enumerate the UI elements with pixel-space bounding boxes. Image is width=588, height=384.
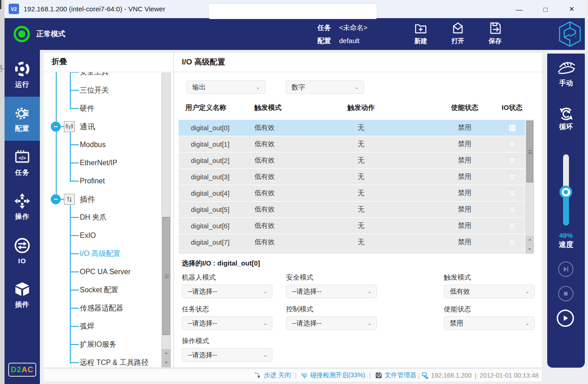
tree-item[interactable]: DH 夹爪 xyxy=(44,208,160,226)
field-select[interactable]: 禁用 ⌄ xyxy=(444,316,535,330)
cycle-mode-button[interactable] xyxy=(547,105,585,123)
tree-item[interactable]: Modbus xyxy=(44,136,160,154)
scroll-down-icon[interactable]: ⌄ xyxy=(164,359,168,364)
tree-item[interactable]: 硬件 xyxy=(44,99,160,118)
table-row[interactable]: digital_out[5] 低有效 无 禁用 xyxy=(179,202,525,217)
nav-item-2[interactable]: </> 任务 xyxy=(5,141,40,185)
tree-scroll-buttons[interactable]: ⌃⌄ xyxy=(162,349,170,367)
table-row[interactable]: digital_out[7] 低有效 无 禁用 xyxy=(179,234,525,250)
field-label: 操作模式 xyxy=(182,337,272,345)
field-select[interactable]: --请选择-- ⌄ xyxy=(182,285,272,298)
scroll-down-icon[interactable]: ⌄ xyxy=(527,245,532,251)
vnc-floating-toolbar[interactable] xyxy=(209,4,377,19)
table-row[interactable]: digital_out[6] 低有效 无 禁用 xyxy=(179,218,525,234)
antenna-icon xyxy=(64,121,75,132)
header-action-1[interactable]: 打开 xyxy=(445,21,471,45)
tree-item[interactable]: ExIO xyxy=(44,226,160,245)
tree-connector xyxy=(70,362,79,363)
close-button[interactable]: ✕ xyxy=(559,0,585,18)
minimize-button[interactable]: — xyxy=(506,0,532,18)
field-select[interactable]: 低有效 ⌄ xyxy=(444,285,535,298)
table-scroll-buttons[interactable]: ⌃⌄ xyxy=(526,236,534,253)
file-manager-button[interactable]: 文件管理器 xyxy=(375,371,416,379)
maximize-button[interactable]: □ xyxy=(532,0,559,18)
tree-item[interactable]: I/O 高级配置 xyxy=(44,245,160,263)
header-action-2[interactable]: 保存 xyxy=(482,21,508,45)
table-scrollbar-thumb[interactable] xyxy=(526,121,533,182)
tree-item[interactable]: 三位开关 xyxy=(44,81,160,99)
io-state-checkbox[interactable] xyxy=(509,222,516,230)
io-state-checkbox[interactable] xyxy=(509,141,516,148)
tree-scrollbar-thumb[interactable] xyxy=(162,217,170,335)
scroll-up-icon[interactable]: ⌃ xyxy=(164,352,168,358)
header-action-0[interactable]: 新建 xyxy=(408,21,433,45)
io-state-checkbox[interactable] xyxy=(509,173,516,181)
window-controls: — □ ✕ xyxy=(506,0,585,18)
tree-collapse-header[interactable]: 折叠 xyxy=(52,56,67,67)
tree-item[interactable]: 安全工具 xyxy=(44,72,160,81)
tree-scrollbar[interactable]: ⌃⌄ xyxy=(161,73,171,368)
brand-badge[interactable]: D2AC xyxy=(8,363,36,377)
field-select[interactable]: --请选择-- ⌄ xyxy=(286,285,377,298)
speed-label: 速度 xyxy=(547,240,585,250)
field-select[interactable]: --请选择-- ⌄ xyxy=(182,316,272,330)
table-scrollbar[interactable]: ⌃⌄ xyxy=(525,120,534,254)
tree-item[interactable]: 扩展IO服务 xyxy=(44,335,160,354)
nav-item-5[interactable]: 插件 xyxy=(5,273,40,317)
hand-icon xyxy=(556,61,576,77)
io-state-checkbox[interactable] xyxy=(509,206,516,213)
tree-item[interactable]: Socket 配置 xyxy=(44,281,160,299)
table-row[interactable]: digital_out[1] 低有效 无 禁用 xyxy=(179,136,525,152)
tree-connector xyxy=(70,290,79,290)
table-row[interactable]: digital_out[4] 低有效 无 禁用 xyxy=(179,185,525,201)
tree-item[interactable]: − 插件 xyxy=(44,190,160,208)
io-icon xyxy=(14,237,30,254)
nav-item-4[interactable]: IO xyxy=(5,229,40,273)
config-label: 配置 xyxy=(317,35,339,47)
table-row[interactable]: digital_out[0] 低有效 无 禁用 xyxy=(179,120,525,136)
table-row[interactable]: digital_out[2] 低有效 无 禁用 xyxy=(179,153,525,168)
slider-thumb[interactable] xyxy=(559,186,572,198)
tree-item-label: 三位开关 xyxy=(80,86,109,95)
field-select[interactable]: --请选择-- ⌄ xyxy=(286,316,377,330)
manual-mode-button[interactable] xyxy=(547,61,585,77)
tree-item[interactable]: − 通讯 xyxy=(44,118,160,136)
field-select[interactable]: --请选择-- ⌄ xyxy=(182,348,272,362)
play-button[interactable] xyxy=(557,310,574,327)
mode-status: 正常模式 xyxy=(14,18,65,50)
collapse-toggle-icon[interactable]: − xyxy=(51,194,61,204)
stop-button[interactable] xyxy=(558,286,573,301)
app-header: 正常模式 任务 <未命名> 配置 default 新建 打开 保存 xyxy=(5,18,585,50)
tree-item[interactable]: EtherNet/IP xyxy=(44,154,160,172)
io-state-checkbox[interactable] xyxy=(509,124,516,132)
collision-detection-status[interactable]: 碰撞检测开启(33%) xyxy=(301,371,365,379)
io-state-checkbox[interactable] xyxy=(509,239,516,246)
speed-slider[interactable] xyxy=(563,154,569,226)
nav-item-1[interactable]: 配置 xyxy=(5,97,40,141)
step-forward-button[interactable] xyxy=(558,261,573,277)
play-icon xyxy=(561,314,570,323)
tree-item[interactable]: 传感器适配器 xyxy=(44,299,160,317)
tree-item[interactable]: 远程 TCP & 工具路径 xyxy=(44,354,160,368)
task-config-info: 任务 <未命名> 配置 default xyxy=(317,22,368,48)
scroll-up-icon[interactable]: ⌃ xyxy=(527,239,532,244)
tree-item[interactable]: 弧焊 xyxy=(44,317,160,335)
table-row[interactable]: digital_out[3] 低有效 无 禁用 xyxy=(179,169,525,185)
io-state-checkbox[interactable] xyxy=(509,190,516,197)
io-state-checkbox[interactable] xyxy=(509,157,516,164)
tree-item[interactable]: Profinet xyxy=(44,172,160,190)
nav-item-3[interactable]: 操作 xyxy=(5,185,40,229)
collapse-toggle-icon[interactable]: − xyxy=(51,122,61,132)
io-advanced-config-panel: I/O 高级配置 输出⌄ 数字⌄ 用户定义名称 触发模式 触发动作 使能状态 I… xyxy=(174,52,543,368)
tree-item[interactable]: OPC UA Server xyxy=(44,263,160,281)
step-status[interactable]: 步进 关闭 xyxy=(254,371,291,379)
window-title: 192.168.1.200 (intel-corei7-64:0) - VNC … xyxy=(24,5,165,13)
table-row[interactable]: digital_out[8] 低有效 无 禁用 xyxy=(179,251,525,254)
brand-logo-icon xyxy=(557,21,583,47)
io-type-select[interactable]: 数字⌄ xyxy=(286,80,364,94)
desktop-background: 务 xyxy=(0,0,5,384)
io-direction-select[interactable]: 输出⌄ xyxy=(186,80,265,94)
task-icon: </> xyxy=(14,149,30,165)
vnc-app-icon: V2 xyxy=(9,4,19,14)
nav-item-0[interactable]: 运行 xyxy=(5,53,40,97)
